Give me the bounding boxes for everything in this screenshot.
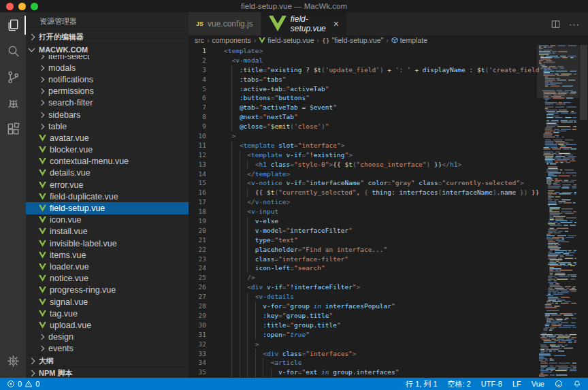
line-number[interactable]: 27 [189,292,224,302]
line-number[interactable]: 31 [189,330,224,340]
split-editor-icon[interactable] [551,19,561,29]
line-number[interactable]: 6 [189,93,224,103]
tree-item-contextual-menu.vue[interactable]: contextual-menu.vue [26,156,189,167]
line-number[interactable]: 2 [189,56,224,65]
code-line[interactable]: class="interface-filter" [224,255,588,264]
line-number[interactable]: 18 [189,207,224,216]
line-number[interactable]: 16 [189,188,224,197]
tree-item-error.vue[interactable]: error.vue [26,179,189,191]
code-line[interactable]: :open="true" [224,330,588,340]
tree-item-permissions[interactable]: permissions [26,86,189,97]
code-line[interactable]: <h1 class="style-0">{{ $t("choose_interf… [224,160,588,169]
tree-item-avatar.vue[interactable]: avatar.vue [26,132,189,144]
code-line[interactable]: <template v-if="!existing"> [224,150,588,160]
tree-item-item-select[interactable]: item-select [26,55,189,62]
code-line[interactable]: :tabs="tabs" [224,75,588,84]
line-number[interactable]: 24 [189,263,224,273]
tree-item-modals[interactable]: modals [26,62,189,74]
line-number[interactable]: 11 [189,141,224,150]
tree-item-invisible-label.vue[interactable]: invisible-label.vue [26,238,189,249]
zoom-window-button[interactable] [31,3,38,10]
tree-item-progress-ring.vue[interactable]: progress-ring.vue [26,285,189,296]
more-actions-icon[interactable]: ··· [569,19,580,29]
code-line[interactable]: :buttons="buttons" [224,93,588,103]
line-number[interactable]: 32 [189,340,224,349]
vertical-scrollbar[interactable] [579,45,588,378]
breadcrumb-item-5[interactable]: template [391,36,427,44]
line-number[interactable]: 30 [189,321,224,330]
line-number[interactable]: 1 [189,46,224,56]
code-line[interactable]: :title="existing ? $t('update_field') + … [224,65,588,75]
close-tab-icon[interactable]: × [333,19,339,29]
line-number[interactable]: 14 [189,169,224,179]
cursor-position[interactable]: 行 1, 列 1 [406,379,437,389]
line-number[interactable]: 5 [189,84,224,94]
line-number[interactable]: 26 [189,282,224,292]
minimap-slider[interactable] [537,45,579,98]
encoding[interactable]: UTF-8 [481,380,502,388]
code-line[interactable]: <template slot="interface"> [224,141,588,150]
line-number[interactable]: 34 [189,358,224,368]
line-number[interactable]: 23 [189,255,224,264]
line-number[interactable]: 10 [189,131,224,141]
tree-item-signal.vue[interactable]: signal.vue [26,296,189,308]
breadcrumb-item-4[interactable]: {}"field-setup.vue" [322,36,383,44]
code-line[interactable]: :key="group.title" [224,311,588,321]
code-line[interactable]: @close="$emit('close')" [224,122,588,131]
tab-vue.config.js[interactable]: JSvue.config.js [189,12,261,35]
line-number[interactable]: 28 [189,302,224,311]
line-number-gutter[interactable]: 1234567891011121314151617181920212223242… [189,45,224,378]
line-number[interactable]: 20 [189,226,224,235]
tree-item-design[interactable]: design [26,331,189,343]
minimize-window-button[interactable] [18,3,26,10]
code-line[interactable]: placeholder="Find an interface..." [224,245,588,255]
line-number[interactable]: 3 [189,65,224,75]
code-line[interactable]: <v-notice v-if="interfaceName" color="gr… [224,178,588,188]
code-line[interactable]: /> [224,273,588,282]
line-number[interactable]: 22 [189,245,224,255]
line-number[interactable]: 15 [189,178,224,188]
code-line[interactable]: :title="group.title" [224,321,588,330]
scrollbar-slider[interactable] [580,45,587,120]
code-line[interactable]: v-for="group in interfacesPopular" [224,302,588,311]
code-line[interactable]: v-for="ext in group.interfaces" [224,368,588,377]
notifications-bell-icon[interactable] [573,380,581,388]
tree-item-icon.vue[interactable]: icon.vue [26,214,189,226]
code-line[interactable]: :active-tab="activeTab" [224,84,588,94]
line-number[interactable]: 29 [189,311,224,321]
code-line[interactable]: icon-left="search" [224,263,588,273]
tree-item-upload.vue[interactable]: upload.vue [26,319,189,331]
code-line[interactable]: v-else [224,216,588,226]
tree-item-notifications[interactable]: notifications [26,74,189,85]
code-editor[interactable]: 1234567891011121314151617181920212223242… [189,45,588,378]
explorer-icon[interactable] [0,12,26,38]
tree-item-field-setup.vue[interactable]: field-setup.vue [26,202,189,214]
tree-item-notice.vue[interactable]: notice.vue [26,273,189,285]
line-number[interactable]: 17 [189,197,224,207]
search-icon[interactable] [0,38,26,64]
code-line[interactable]: type="text" [224,235,588,245]
minimap[interactable] [537,45,579,378]
section-open-editors[interactable]: 打开的编辑器 [26,31,189,43]
tree-item-sidebars[interactable]: sidebars [26,109,189,120]
tab-field-setup.vue[interactable]: field-setup.vue× [261,12,347,35]
tree-item-tag.vue[interactable]: tag.vue [26,308,189,319]
tree-item-install.vue[interactable]: install.vue [26,226,189,238]
code-line[interactable]: <div v-if="!interfaceFilter"> [224,282,588,292]
problems-warnings[interactable]: 0 [24,380,39,388]
tree-item-items.vue[interactable]: items.vue [26,249,189,261]
indentation[interactable]: 空格: 2 [448,379,471,389]
tree-item-events[interactable]: events [26,343,189,355]
code-line[interactable]: v-model="interfaceFilter" [224,226,588,235]
line-number[interactable]: 4 [189,75,224,84]
code-line[interactable]: <div class="interfaces"> [224,349,588,359]
line-number[interactable]: 35 [189,368,224,377]
line-number[interactable]: 9 [189,122,224,131]
tree-item-table[interactable]: table [26,120,189,132]
settings-gear-icon[interactable] [0,348,26,374]
section-npm-scripts[interactable]: NPM 脚本 [26,367,189,378]
code-line[interactable]: @next="nextTab" [224,112,588,122]
tree-item-field-duplicate.vue[interactable]: field-duplicate.vue [26,191,189,202]
line-number[interactable]: 7 [189,103,224,112]
eol-sequence[interactable]: LF [512,380,521,388]
